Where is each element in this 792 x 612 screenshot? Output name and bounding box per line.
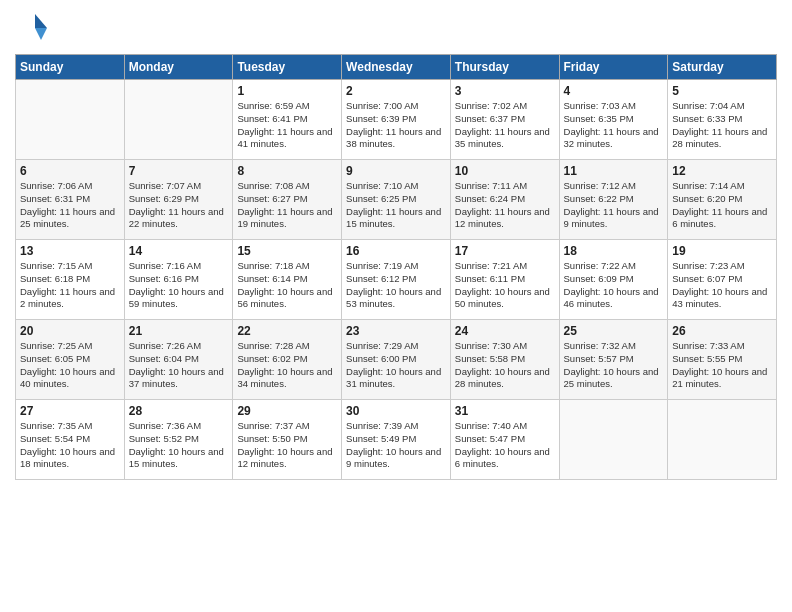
day-number: 2 <box>346 84 446 98</box>
day-number: 9 <box>346 164 446 178</box>
calendar-cell: 23Sunrise: 7:29 AM Sunset: 6:00 PM Dayli… <box>342 320 451 400</box>
calendar-cell: 24Sunrise: 7:30 AM Sunset: 5:58 PM Dayli… <box>450 320 559 400</box>
day-info: Sunrise: 7:19 AM Sunset: 6:12 PM Dayligh… <box>346 260 446 311</box>
day-info: Sunrise: 7:10 AM Sunset: 6:25 PM Dayligh… <box>346 180 446 231</box>
day-number: 24 <box>455 324 555 338</box>
day-info: Sunrise: 6:59 AM Sunset: 6:41 PM Dayligh… <box>237 100 337 151</box>
day-number: 5 <box>672 84 772 98</box>
week-row-2: 6Sunrise: 7:06 AM Sunset: 6:31 PM Daylig… <box>16 160 777 240</box>
day-info: Sunrise: 7:35 AM Sunset: 5:54 PM Dayligh… <box>20 420 120 471</box>
day-info: Sunrise: 7:15 AM Sunset: 6:18 PM Dayligh… <box>20 260 120 311</box>
day-info: Sunrise: 7:39 AM Sunset: 5:49 PM Dayligh… <box>346 420 446 471</box>
day-header-sunday: Sunday <box>16 55 125 80</box>
calendar-cell: 7Sunrise: 7:07 AM Sunset: 6:29 PM Daylig… <box>124 160 233 240</box>
day-info: Sunrise: 7:23 AM Sunset: 6:07 PM Dayligh… <box>672 260 772 311</box>
day-number: 10 <box>455 164 555 178</box>
day-number: 13 <box>20 244 120 258</box>
week-row-3: 13Sunrise: 7:15 AM Sunset: 6:18 PM Dayli… <box>16 240 777 320</box>
calendar-cell: 21Sunrise: 7:26 AM Sunset: 6:04 PM Dayli… <box>124 320 233 400</box>
calendar-cell: 29Sunrise: 7:37 AM Sunset: 5:50 PM Dayli… <box>233 400 342 480</box>
day-number: 31 <box>455 404 555 418</box>
calendar-cell <box>16 80 125 160</box>
day-number: 21 <box>129 324 229 338</box>
calendar-cell: 19Sunrise: 7:23 AM Sunset: 6:07 PM Dayli… <box>668 240 777 320</box>
day-number: 28 <box>129 404 229 418</box>
day-number: 22 <box>237 324 337 338</box>
calendar-cell: 31Sunrise: 7:40 AM Sunset: 5:47 PM Dayli… <box>450 400 559 480</box>
day-info: Sunrise: 7:36 AM Sunset: 5:52 PM Dayligh… <box>129 420 229 471</box>
day-header-thursday: Thursday <box>450 55 559 80</box>
calendar-cell: 14Sunrise: 7:16 AM Sunset: 6:16 PM Dayli… <box>124 240 233 320</box>
day-number: 12 <box>672 164 772 178</box>
day-number: 16 <box>346 244 446 258</box>
calendar-cell: 26Sunrise: 7:33 AM Sunset: 5:55 PM Dayli… <box>668 320 777 400</box>
calendar-table: SundayMondayTuesdayWednesdayThursdayFrid… <box>15 54 777 480</box>
calendar-cell: 18Sunrise: 7:22 AM Sunset: 6:09 PM Dayli… <box>559 240 668 320</box>
calendar-cell: 25Sunrise: 7:32 AM Sunset: 5:57 PM Dayli… <box>559 320 668 400</box>
calendar-cell: 4Sunrise: 7:03 AM Sunset: 6:35 PM Daylig… <box>559 80 668 160</box>
calendar-cell: 20Sunrise: 7:25 AM Sunset: 6:05 PM Dayli… <box>16 320 125 400</box>
logo-icon <box>15 10 51 46</box>
day-info: Sunrise: 7:07 AM Sunset: 6:29 PM Dayligh… <box>129 180 229 231</box>
day-info: Sunrise: 7:00 AM Sunset: 6:39 PM Dayligh… <box>346 100 446 151</box>
day-number: 11 <box>564 164 664 178</box>
calendar-cell: 1Sunrise: 6:59 AM Sunset: 6:41 PM Daylig… <box>233 80 342 160</box>
calendar-cell: 17Sunrise: 7:21 AM Sunset: 6:11 PM Dayli… <box>450 240 559 320</box>
day-number: 30 <box>346 404 446 418</box>
day-number: 25 <box>564 324 664 338</box>
day-info: Sunrise: 7:08 AM Sunset: 6:27 PM Dayligh… <box>237 180 337 231</box>
week-row-1: 1Sunrise: 6:59 AM Sunset: 6:41 PM Daylig… <box>16 80 777 160</box>
calendar-cell: 28Sunrise: 7:36 AM Sunset: 5:52 PM Dayli… <box>124 400 233 480</box>
day-header-monday: Monday <box>124 55 233 80</box>
calendar-body: 1Sunrise: 6:59 AM Sunset: 6:41 PM Daylig… <box>16 80 777 480</box>
calendar-cell: 27Sunrise: 7:35 AM Sunset: 5:54 PM Dayli… <box>16 400 125 480</box>
calendar-cell: 15Sunrise: 7:18 AM Sunset: 6:14 PM Dayli… <box>233 240 342 320</box>
calendar-cell <box>559 400 668 480</box>
calendar-cell <box>668 400 777 480</box>
calendar-cell: 8Sunrise: 7:08 AM Sunset: 6:27 PM Daylig… <box>233 160 342 240</box>
day-number: 4 <box>564 84 664 98</box>
day-number: 19 <box>672 244 772 258</box>
page-header <box>15 10 777 46</box>
day-number: 15 <box>237 244 337 258</box>
calendar-cell: 6Sunrise: 7:06 AM Sunset: 6:31 PM Daylig… <box>16 160 125 240</box>
day-info: Sunrise: 7:02 AM Sunset: 6:37 PM Dayligh… <box>455 100 555 151</box>
day-number: 6 <box>20 164 120 178</box>
calendar-cell <box>124 80 233 160</box>
day-number: 23 <box>346 324 446 338</box>
day-number: 27 <box>20 404 120 418</box>
calendar-cell: 2Sunrise: 7:00 AM Sunset: 6:39 PM Daylig… <box>342 80 451 160</box>
day-number: 3 <box>455 84 555 98</box>
day-info: Sunrise: 7:03 AM Sunset: 6:35 PM Dayligh… <box>564 100 664 151</box>
day-info: Sunrise: 7:11 AM Sunset: 6:24 PM Dayligh… <box>455 180 555 231</box>
day-info: Sunrise: 7:16 AM Sunset: 6:16 PM Dayligh… <box>129 260 229 311</box>
day-number: 29 <box>237 404 337 418</box>
day-info: Sunrise: 7:14 AM Sunset: 6:20 PM Dayligh… <box>672 180 772 231</box>
svg-marker-0 <box>35 14 47 28</box>
day-info: Sunrise: 7:29 AM Sunset: 6:00 PM Dayligh… <box>346 340 446 391</box>
day-info: Sunrise: 7:33 AM Sunset: 5:55 PM Dayligh… <box>672 340 772 391</box>
day-number: 7 <box>129 164 229 178</box>
calendar-cell: 16Sunrise: 7:19 AM Sunset: 6:12 PM Dayli… <box>342 240 451 320</box>
day-info: Sunrise: 7:30 AM Sunset: 5:58 PM Dayligh… <box>455 340 555 391</box>
svg-marker-1 <box>35 28 47 40</box>
day-info: Sunrise: 7:26 AM Sunset: 6:04 PM Dayligh… <box>129 340 229 391</box>
day-number: 1 <box>237 84 337 98</box>
day-info: Sunrise: 7:12 AM Sunset: 6:22 PM Dayligh… <box>564 180 664 231</box>
calendar-cell: 3Sunrise: 7:02 AM Sunset: 6:37 PM Daylig… <box>450 80 559 160</box>
day-info: Sunrise: 7:40 AM Sunset: 5:47 PM Dayligh… <box>455 420 555 471</box>
calendar-cell: 13Sunrise: 7:15 AM Sunset: 6:18 PM Dayli… <box>16 240 125 320</box>
day-info: Sunrise: 7:21 AM Sunset: 6:11 PM Dayligh… <box>455 260 555 311</box>
calendar-cell: 11Sunrise: 7:12 AM Sunset: 6:22 PM Dayli… <box>559 160 668 240</box>
header-row: SundayMondayTuesdayWednesdayThursdayFrid… <box>16 55 777 80</box>
day-header-saturday: Saturday <box>668 55 777 80</box>
day-header-friday: Friday <box>559 55 668 80</box>
day-info: Sunrise: 7:22 AM Sunset: 6:09 PM Dayligh… <box>564 260 664 311</box>
day-header-tuesday: Tuesday <box>233 55 342 80</box>
day-info: Sunrise: 7:06 AM Sunset: 6:31 PM Dayligh… <box>20 180 120 231</box>
day-info: Sunrise: 7:32 AM Sunset: 5:57 PM Dayligh… <box>564 340 664 391</box>
day-number: 18 <box>564 244 664 258</box>
week-row-5: 27Sunrise: 7:35 AM Sunset: 5:54 PM Dayli… <box>16 400 777 480</box>
week-row-4: 20Sunrise: 7:25 AM Sunset: 6:05 PM Dayli… <box>16 320 777 400</box>
logo <box>15 10 55 46</box>
